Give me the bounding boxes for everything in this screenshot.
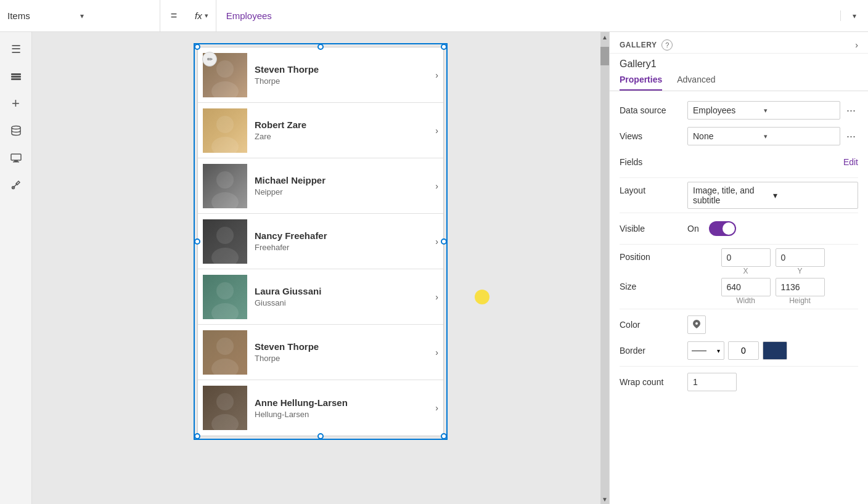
svg-rect-6 bbox=[13, 161, 19, 163]
svg-point-20 bbox=[216, 393, 234, 410]
border-style-chevron: ▾ bbox=[717, 348, 720, 354]
handle-middle-left[interactable] bbox=[194, 238, 200, 245]
tab-properties[interactable]: Properties bbox=[620, 70, 662, 91]
fields-edit-link[interactable]: Edit bbox=[843, 157, 858, 167]
panel-arrow[interactable]: › bbox=[855, 40, 858, 50]
border-control: —— ▾ bbox=[687, 341, 858, 360]
border-style-dropdown[interactable]: —— ▾ bbox=[687, 341, 724, 360]
data-source-row: Data source Employees ▾ ··· bbox=[620, 99, 858, 122]
size-control: Width Height bbox=[687, 278, 858, 305]
views-row: Views None ▾ ··· bbox=[620, 124, 858, 148]
gallery-item[interactable]: Steven Thorpe Thorpe › bbox=[198, 325, 443, 380]
gallery-item-chevron: › bbox=[435, 181, 438, 191]
items-chevron: ▾ bbox=[80, 12, 153, 20]
gallery-item-subtitle: Thorpe bbox=[255, 76, 428, 86]
handle-top-left[interactable] bbox=[194, 44, 200, 50]
divider-3 bbox=[620, 244, 858, 245]
border-label: Border bbox=[620, 346, 687, 356]
handle-top-right[interactable] bbox=[441, 44, 447, 50]
gallery-edit-icon[interactable]: ✏ bbox=[202, 52, 217, 67]
size-height-input[interactable] bbox=[776, 278, 825, 296]
scrollbar-arrow-down[interactable]: ▼ bbox=[600, 494, 609, 504]
handle-bottom-center[interactable] bbox=[317, 433, 324, 439]
views-chevron: ▾ bbox=[764, 132, 835, 140]
gallery-item-photo bbox=[203, 330, 247, 375]
main-area: ☰ + bbox=[0, 32, 868, 504]
gallery-item[interactable]: Steven Thorpe Thorpe › bbox=[198, 47, 443, 103]
visible-label: Visible bbox=[620, 224, 687, 234]
gallery-item-name: Nancy Freehafer bbox=[255, 230, 428, 241]
data-source-more[interactable]: ··· bbox=[844, 104, 858, 117]
svg-point-12 bbox=[216, 171, 234, 189]
gallery-item[interactable]: Robert Zare Zare › bbox=[198, 103, 443, 158]
border-color-swatch[interactable] bbox=[763, 341, 787, 360]
gallery-item[interactable]: Laura Giussani Giussani › bbox=[198, 269, 443, 325]
wrap-count-input[interactable] bbox=[687, 373, 737, 391]
gallery-item-subtitle: Thorpe bbox=[255, 354, 428, 363]
svg-rect-1 bbox=[11, 76, 21, 78]
size-row: Size Width Height bbox=[620, 278, 858, 305]
fields-row: Fields Edit bbox=[620, 150, 858, 174]
layers-icon[interactable] bbox=[4, 64, 28, 89]
gallery-item-name: Steven Thorpe bbox=[255, 341, 428, 352]
gallery-item-chevron: › bbox=[435, 292, 438, 302]
handle-middle-right[interactable] bbox=[441, 238, 447, 245]
svg-point-16 bbox=[216, 282, 234, 299]
svg-point-18 bbox=[216, 338, 234, 355]
hamburger-icon[interactable]: ☰ bbox=[4, 37, 28, 62]
gallery-item-subtitle: Freehafer bbox=[255, 243, 428, 252]
views-control: None ▾ ··· bbox=[687, 127, 858, 145]
tools-icon[interactable] bbox=[4, 173, 28, 197]
gallery-item[interactable]: Anne Hellung-Larsen Hellung-Larsen › bbox=[198, 380, 443, 436]
media-icon[interactable] bbox=[4, 145, 28, 170]
gallery-item[interactable]: Michael Neipper Neipper › bbox=[198, 158, 443, 214]
handle-top-center[interactable] bbox=[317, 44, 324, 50]
visible-row: Visible On bbox=[620, 217, 858, 240]
items-dropdown[interactable]: Items ▾ bbox=[0, 0, 160, 31]
gallery-item-name: Laura Giussani bbox=[255, 286, 428, 296]
layout-dropdown[interactable]: Image, title, and subtitle ▾ bbox=[687, 182, 858, 209]
panel-help-button[interactable]: ? bbox=[661, 39, 673, 51]
svg-point-21 bbox=[211, 414, 239, 430]
svg-rect-5 bbox=[14, 160, 18, 161]
views-dropdown[interactable]: None ▾ bbox=[687, 127, 840, 145]
formula-chevron[interactable]: ▾ bbox=[841, 12, 868, 20]
size-height-label: Height bbox=[776, 296, 825, 305]
gallery-item[interactable]: Nancy Freehafer Freehafer › bbox=[198, 214, 443, 269]
scrollbar-thumb[interactable] bbox=[600, 47, 609, 65]
formula-bar[interactable]: Employees bbox=[216, 10, 841, 21]
data-source-dropdown[interactable]: Employees ▾ bbox=[687, 101, 840, 120]
svg-point-3 bbox=[12, 126, 20, 129]
color-swatch[interactable] bbox=[687, 315, 706, 334]
position-y-label: Y bbox=[776, 267, 825, 275]
gallery-item-photo bbox=[203, 386, 247, 430]
visible-on-label: On bbox=[687, 224, 699, 234]
views-more[interactable]: ··· bbox=[844, 130, 858, 143]
border-width-input[interactable] bbox=[728, 341, 759, 360]
panel-tabs: Properties Advanced bbox=[610, 70, 868, 91]
position-y-input[interactable] bbox=[776, 248, 825, 267]
fx-button[interactable]: fx ▾ bbox=[187, 0, 216, 31]
visible-toggle[interactable] bbox=[709, 221, 736, 236]
top-bar: Items ▾ = fx ▾ Employees ▾ bbox=[0, 0, 868, 32]
gallery-item-info: Robert Zare Zare bbox=[247, 120, 435, 141]
formula-text: Employees bbox=[226, 10, 272, 21]
handle-bottom-left[interactable] bbox=[194, 433, 200, 439]
position-x-label: X bbox=[721, 267, 771, 275]
gallery-item-photo bbox=[203, 219, 247, 264]
equals-sign: = bbox=[160, 9, 187, 22]
handle-bottom-right[interactable] bbox=[441, 433, 447, 439]
size-width-input[interactable] bbox=[721, 278, 771, 296]
tab-advanced[interactable]: Advanced bbox=[677, 70, 715, 91]
canvas-scrollbar[interactable]: ▲ ▼ bbox=[600, 32, 609, 504]
color-row: Color bbox=[620, 313, 858, 336]
gallery-frame: ✏ Steven Thorpe Thorpe bbox=[197, 47, 444, 436]
add-icon[interactable]: + bbox=[4, 91, 28, 116]
gallery-item-name: Steven Thorpe bbox=[255, 64, 428, 75]
gallery-item-info: Steven Thorpe Thorpe bbox=[247, 64, 435, 86]
gallery-item-info: Steven Thorpe Thorpe bbox=[247, 341, 435, 363]
database-icon[interactable] bbox=[4, 118, 28, 143]
position-x-input[interactable] bbox=[721, 248, 771, 267]
canvas-area[interactable]: ✏ Steven Thorpe Thorpe bbox=[32, 32, 609, 504]
scrollbar-arrow-up[interactable]: ▲ bbox=[600, 32, 609, 42]
